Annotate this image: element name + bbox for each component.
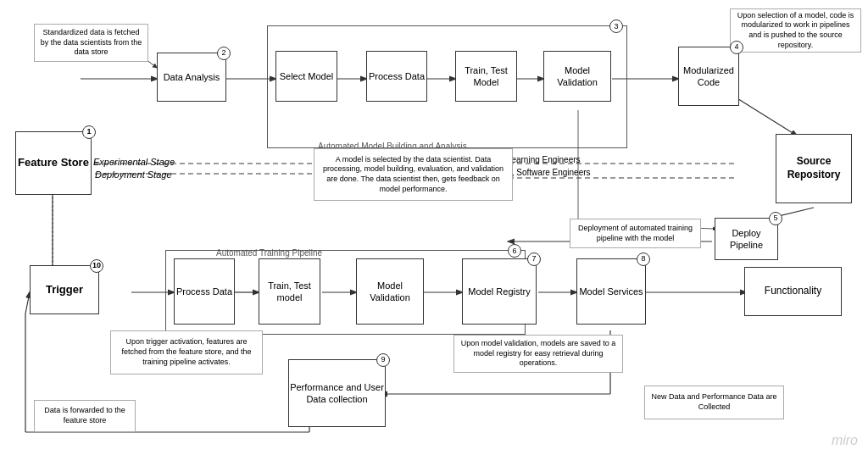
note-deployment: Deployment of automated training pipelin… [570,219,701,248]
num-5: 5 [769,212,782,225]
train-test-bottom-box: Train, Test model [259,258,320,325]
model-registry-box: 7 Model Registry [462,258,537,325]
deployment-stage-label: Deployment Stage [95,169,172,180]
select-model-box: Select Model [275,51,337,102]
data-analysis-box: 2 Data Analysis [157,53,226,102]
note-new-data: New Data and Performance Data are Collec… [644,386,784,419]
num-4: 4 [730,41,743,54]
num-2: 2 [217,47,231,60]
num-7: 7 [527,252,541,266]
note-model-registry: Upon model validation, models are saved … [453,335,623,373]
num-6: 6 [508,244,521,258]
process-data-bottom-box: Process Data [174,258,235,325]
feature-store-box: 1 Feature Store [15,131,92,195]
note-standardized-data: Standardized data is fetched by the data… [34,24,148,62]
svg-line-6 [729,93,797,136]
model-validation-top-box: Model Validation [543,51,611,102]
modularized-code-box: 4 Modularized Code [678,47,739,106]
experimental-stage-label: Experimental Stage [93,157,175,167]
num-3: 3 [609,19,623,33]
note-modularized: Upon selection of a model, code is modul… [730,8,861,53]
model-services-box: 8 Model Services [576,258,646,325]
num-1: 1 [82,125,96,139]
process-data-top-box: Process Data [366,51,427,102]
note-data-forwarded: Data is forwarded to the feature store [34,400,136,432]
num-9: 9 [376,353,390,367]
model-validation-bottom-box: Model Validation [356,258,424,325]
automated-training-label: Automated Training Pipeline [216,248,322,258]
num-10: 10 [90,259,103,273]
deploy-pipeline-box: 5 Deploy Pipeline [715,218,778,260]
source-repository-box: Source Repository [776,134,852,203]
num-8: 8 [637,252,650,266]
performance-collection-box: 9 Performance and User Data collection [288,359,386,427]
note-model-selection: A model is selected by the data scientis… [314,148,513,201]
trigger-box: 10 Trigger [30,265,99,314]
functionality-box: Functionality [744,267,842,316]
miro-logo: miro [832,433,858,448]
train-test-top-box: Train, Test Model [455,51,517,102]
note-trigger: Upon trigger activation, features are fe… [110,330,263,375]
